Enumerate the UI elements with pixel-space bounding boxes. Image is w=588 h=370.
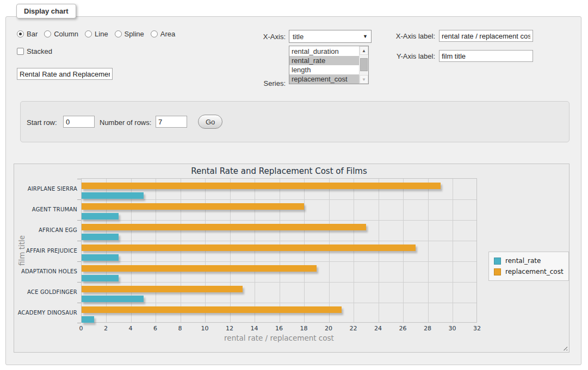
x-tick-label: 22 — [340, 325, 367, 332]
x-tick-label: 18 — [290, 325, 318, 332]
bar-rental_rate — [82, 213, 119, 220]
num-rows-input[interactable] — [156, 116, 187, 128]
stacked-checkbox[interactable] — [17, 48, 24, 55]
series-option-length[interactable]: length — [289, 65, 359, 74]
x-axis-label-label: X-Axis label: — [381, 32, 435, 40]
chart-type-label: Spline — [125, 30, 144, 38]
y-tick-mark — [77, 199, 81, 200]
chart-type-radio-bar[interactable] — [17, 30, 24, 37]
bar-replacement_cost — [82, 203, 304, 210]
x-tick-label: 10 — [191, 325, 219, 332]
series-listbox[interactable]: rental_durationrental_ratelengthreplacem… — [289, 46, 369, 84]
page: Display chart BarColumnLineSplineArea St… — [0, 0, 588, 370]
chart-title-input[interactable] — [17, 68, 113, 80]
gridline-horizontal — [82, 261, 476, 262]
x-tick-label: 12 — [216, 325, 243, 332]
gridline-vertical — [428, 179, 429, 322]
x-tick-label: 6 — [142, 325, 169, 332]
num-rows-label: Number of rows: — [100, 118, 151, 127]
chart-title: Rental Rate and Replacement Cost of Film… — [81, 166, 477, 176]
stacked-row: Stacked — [17, 47, 52, 55]
category-label: AFRICAN EGG — [16, 227, 77, 233]
legend-label: replacement_cost — [505, 268, 564, 275]
gridline-horizontal — [82, 241, 476, 241]
x-tick-label: 4 — [117, 325, 144, 332]
scroll-down-icon[interactable]: ▼ — [360, 75, 368, 84]
scroll-up-icon[interactable]: ▲ — [360, 46, 368, 55]
y-tick-mark — [77, 261, 81, 262]
series-options: rental_durationrental_ratelengthreplacem… — [289, 46, 359, 84]
fieldset-legend: Display chart — [16, 4, 76, 18]
category-label: AIRPLANE SIERRA — [16, 186, 77, 192]
gridline-horizontal — [82, 282, 476, 283]
scrollbar-thumb[interactable] — [360, 58, 368, 71]
bar-rental_rate — [82, 234, 119, 240]
chart-type-radio-line[interactable] — [85, 30, 92, 37]
chart-x-axis-label: rental rate / replacement cost — [81, 334, 477, 342]
x-tick-label: 2 — [92, 325, 120, 332]
bar-rental_rate — [82, 192, 144, 199]
gridline-horizontal — [82, 220, 476, 221]
series-option-replacement_cost[interactable]: replacement_cost — [289, 74, 359, 84]
chart-type-label: Bar — [27, 30, 38, 38]
x-tick-label: 28 — [414, 325, 441, 332]
chart-type-radio-group: BarColumnLineSplineArea — [17, 30, 175, 38]
chart-type-radio-spline[interactable] — [115, 30, 122, 37]
x-tick-label: 8 — [166, 325, 194, 332]
bar-rental_rate — [82, 296, 144, 302]
series-scrollbar[interactable]: ▲ ▼ — [359, 46, 368, 84]
chart-type-radio-column[interactable] — [44, 30, 51, 37]
resize-grip-icon[interactable] — [562, 345, 567, 350]
bar-replacement_cost — [82, 183, 441, 189]
category-label: ACE GOLDFINGER — [16, 289, 77, 295]
y-tick-mark — [77, 241, 81, 241]
y-axis-label-label: Y-Axis label: — [381, 52, 435, 60]
y-tick-mark — [77, 220, 81, 221]
x-tick-label: 24 — [364, 325, 392, 332]
legend-item: replacement_cost — [494, 266, 564, 277]
x-tick-label: 16 — [265, 325, 293, 332]
chart-type-label: Line — [95, 30, 108, 38]
category-label: AGENT TRUMAN — [16, 206, 77, 212]
bar-replacement_cost — [82, 286, 243, 292]
bar-replacement_cost — [82, 265, 317, 272]
chevron-down-icon: ▼ — [363, 34, 368, 39]
go-button[interactable]: Go — [198, 115, 222, 129]
chart-legend: rental_ratereplacement_cost — [488, 252, 569, 281]
scrollbar-track[interactable] — [360, 55, 368, 75]
gridline-vertical — [453, 179, 453, 322]
bar-rental_rate — [82, 316, 94, 323]
x-tick-label: 32 — [463, 325, 491, 332]
chart-container: Rental Rate and Replacement Cost of Film… — [14, 164, 570, 353]
series-list-label: Series: — [231, 79, 286, 87]
legend-swatch — [494, 268, 501, 275]
row-controls-panel: Start row: Number of rows: Go — [20, 101, 570, 142]
y-tick-mark — [77, 303, 81, 303]
x-tick-label: 30 — [439, 325, 466, 332]
category-label: AFFAIR PREJUDICE — [16, 248, 77, 254]
bar-replacement_cost — [82, 306, 342, 313]
chart-type-label: Column — [54, 30, 78, 38]
start-row-label: Start row: — [27, 118, 57, 127]
chart-type-label: Area — [160, 30, 175, 38]
plot-area: AIRPLANE SIERRAAGENT TRUMANAFRICAN EGGAF… — [81, 178, 477, 323]
start-row-input[interactable] — [63, 116, 95, 128]
legend-swatch — [494, 258, 501, 265]
y-axis-label-input[interactable] — [439, 50, 533, 62]
series-option-rental_duration[interactable]: rental_duration — [289, 47, 359, 56]
x-axis-select[interactable]: title ▼ — [289, 30, 372, 43]
chart-type-radio-area[interactable] — [151, 30, 158, 37]
category-label: ADAPTATION HOLES — [16, 268, 77, 274]
category-label: ACADEMY DINOSAUR — [16, 310, 77, 316]
gridline-horizontal — [82, 199, 476, 200]
x-tick-label: 0 — [67, 325, 95, 332]
bar-rental_rate — [82, 254, 119, 261]
y-tick-mark — [77, 323, 81, 323]
x-axis-label-input[interactable] — [439, 30, 533, 42]
x-tick-label: 26 — [389, 325, 417, 332]
legend-item: rental_rate — [494, 255, 564, 266]
legend-label: rental_rate — [505, 257, 541, 265]
x-tick-label: 14 — [241, 325, 268, 332]
series-option-rental_rate[interactable]: rental_rate — [289, 56, 359, 65]
bar-replacement_cost — [82, 224, 366, 230]
